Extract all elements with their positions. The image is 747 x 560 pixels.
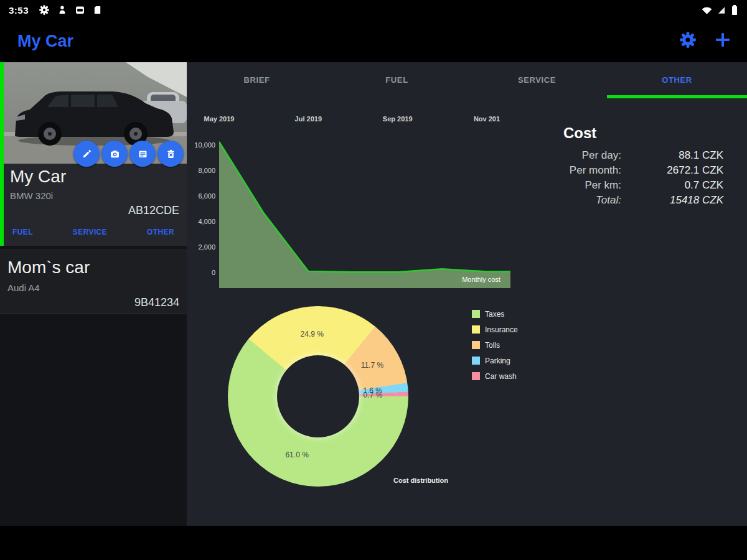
legend-item: Car wash <box>472 368 518 384</box>
car-name: My Car <box>10 167 66 187</box>
cost-panel: Cost Per day: 88.1 CZK Per month: 2672.1… <box>535 124 723 208</box>
slice-percent-label: 61.0 % <box>285 450 308 459</box>
photos-icon <box>75 5 85 15</box>
y-tick-label: 6,000 <box>187 192 215 200</box>
cost-distribution-donut-chart: 61.0 %24.9 %11.7 %1.6 %0.7 % <box>228 306 408 487</box>
active-tab-indicator <box>607 95 747 98</box>
tab-fuel[interactable]: FUEL <box>327 62 467 98</box>
donut-title: Cost distribution <box>365 477 477 484</box>
page-title: My Car <box>17 32 73 51</box>
screen: 3:53 <box>0 0 747 560</box>
legend-label: Car wash <box>485 372 517 381</box>
edit-button[interactable] <box>73 141 100 167</box>
legend-swatch <box>472 325 480 334</box>
camera-icon <box>110 149 120 159</box>
status-time: 3:53 <box>9 5 29 16</box>
cost-row-per-month: Per month: 2672.1 CZK <box>535 163 723 178</box>
y-tick-label: 2,000 <box>187 243 215 251</box>
cell-signal-icon <box>717 5 726 15</box>
slice-percent-label: 24.9 % <box>301 330 324 338</box>
car-tab-fuel[interactable]: FUEL <box>12 228 33 236</box>
legend-label: Parking <box>485 357 510 365</box>
table-icon <box>138 149 148 159</box>
cost-title: Cost <box>563 124 723 142</box>
photo-action-buttons <box>73 141 184 167</box>
wifi-icon <box>701 5 713 15</box>
x-tick-label: Jul 2019 <box>280 115 336 123</box>
legend-swatch <box>472 341 480 349</box>
sim-icon <box>93 5 102 15</box>
legend-label: Tolls <box>485 341 500 350</box>
records-button[interactable] <box>129 141 156 167</box>
car-name: Mom`s car <box>7 258 90 278</box>
legend-label: Insurance <box>485 325 518 334</box>
x-tick-label: Nov 201 <box>459 115 515 123</box>
legend-item: Tolls <box>472 337 518 353</box>
cost-row-per-km: Per km: 0.7 CZK <box>535 178 723 193</box>
delete-button[interactable] <box>157 141 184 167</box>
car-card-selected[interactable]: My Car BMW 320i AB12CDE FUEL SERVICE OTH… <box>0 62 187 246</box>
car-tab-other[interactable]: OTHER <box>147 228 174 236</box>
status-bar: 3:53 <box>0 0 747 20</box>
pencil-icon <box>82 149 92 159</box>
area-series-label: Monthly cost <box>456 276 507 283</box>
donut-legend: TaxesInsuranceTollsParkingCar wash <box>472 306 518 384</box>
y-tick-label: 0 <box>187 269 215 276</box>
legend-swatch <box>472 357 480 365</box>
x-tick-label: Sep 2019 <box>370 115 426 123</box>
cost-row-total: Total: 15418 CZK <box>535 193 723 208</box>
legend-item: Insurance <box>472 322 518 337</box>
add-car-button[interactable] <box>713 30 732 52</box>
slice-percent-label: 0.7 % <box>364 391 383 399</box>
legend-label: Taxes <box>485 310 504 319</box>
person-icon <box>57 5 67 15</box>
android-nav-bar <box>0 526 747 560</box>
cost-row-per-day: Per day: 88.1 CZK <box>535 148 723 163</box>
battery-icon <box>731 4 738 16</box>
car-plate: AB12CDE <box>128 204 179 217</box>
main-content: BRIEF FUEL SERVICE OTHER May 2019Jul 201… <box>187 62 747 526</box>
y-tick-label: 8,000 <box>187 167 215 174</box>
legend-swatch <box>472 372 480 380</box>
tab-other[interactable]: OTHER <box>607 62 747 98</box>
tab-brief[interactable]: BRIEF <box>187 62 327 98</box>
legend-item: Parking <box>472 353 518 368</box>
car-plate: 9B41234 <box>134 296 179 309</box>
car-card[interactable]: Mom`s car Audi A4 9B41234 <box>0 249 187 314</box>
legend-item: Taxes <box>472 306 518 322</box>
legend-swatch <box>472 310 480 318</box>
camera-button[interactable] <box>101 141 128 167</box>
car-model: Audi A4 <box>7 282 40 293</box>
donut-hole <box>277 355 359 437</box>
tab-bar: BRIEF FUEL SERVICE OTHER <box>187 62 747 98</box>
monthly-cost-area-chart <box>219 139 510 289</box>
y-tick-label: 10,000 <box>187 141 215 149</box>
gear-icon <box>39 4 50 16</box>
slice-percent-label: 11.7 % <box>361 361 383 370</box>
status-right-icons <box>701 4 738 16</box>
car-quick-tabs: FUEL SERVICE OTHER <box>0 228 187 236</box>
trash-icon <box>166 149 176 159</box>
car-tab-service[interactable]: SERVICE <box>73 228 107 236</box>
status-left-icons <box>39 4 102 16</box>
tab-service[interactable]: SERVICE <box>467 62 607 98</box>
app-bar: My Car <box>0 20 747 62</box>
y-tick-label: 4,000 <box>187 218 215 225</box>
car-model: BMW 320i <box>10 190 53 201</box>
x-tick-label: May 2019 <box>191 115 247 123</box>
car-list-sidebar: My Car BMW 320i AB12CDE FUEL SERVICE OTH… <box>0 62 187 526</box>
settings-gear-icon[interactable] <box>679 30 697 52</box>
